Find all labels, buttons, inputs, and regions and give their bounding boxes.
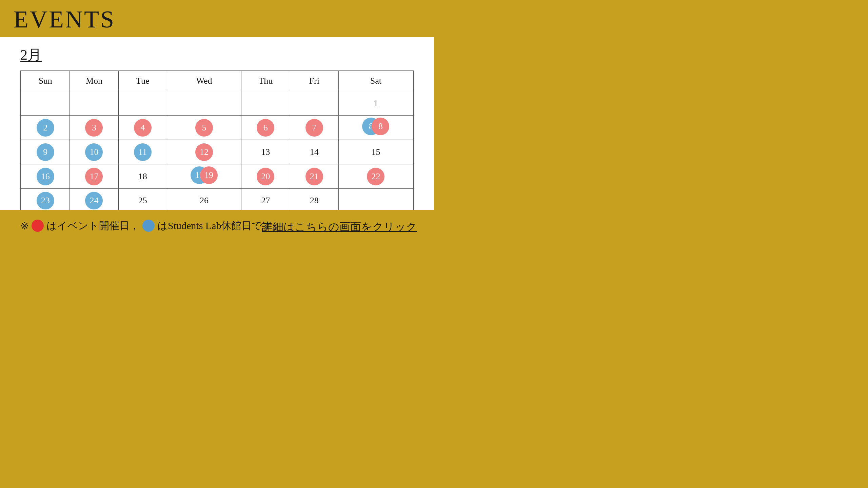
calendar-cell: 17 bbox=[70, 164, 118, 189]
day-number-red: 12 bbox=[195, 143, 213, 161]
legend-dot-red bbox=[32, 220, 44, 232]
day-number-red: 7 bbox=[305, 119, 323, 137]
day-number-red: 5 bbox=[195, 119, 213, 137]
legend-dot-blue bbox=[142, 220, 155, 232]
day-number-blue: 10 bbox=[85, 143, 103, 161]
header-mon: Mon bbox=[70, 71, 118, 91]
day-number: 27 bbox=[257, 192, 274, 209]
footer-link[interactable]: 詳細はこちらの画面をクリック bbox=[262, 220, 417, 235]
calendar-week-0: 1 bbox=[21, 91, 413, 116]
calendar-cell: 4 bbox=[118, 116, 167, 140]
day-number-red: 3 bbox=[85, 119, 103, 137]
day-number: 15 bbox=[367, 143, 384, 161]
day-number-blue: 23 bbox=[37, 192, 54, 209]
calendar-cell: 28 bbox=[290, 189, 338, 213]
calendar-table: Sun Mon Tue Wed Thu Fri Sat 123456788910… bbox=[20, 70, 414, 214]
day-number: 13 bbox=[257, 143, 274, 161]
calendar-cell: 14 bbox=[290, 140, 338, 164]
day-number: 28 bbox=[305, 192, 323, 209]
calendar-cell: 1 bbox=[338, 91, 413, 116]
calendar-cell: 7 bbox=[290, 116, 338, 140]
calendar-cell: 27 bbox=[241, 189, 290, 213]
day-number-blue: 11 bbox=[134, 143, 152, 161]
calendar-cell: 88 bbox=[338, 116, 413, 140]
day-number: 18 bbox=[134, 168, 152, 185]
calendar-cell: 22 bbox=[338, 164, 413, 189]
day-number: 25 bbox=[134, 192, 152, 209]
calendar-cell: 11 bbox=[118, 140, 167, 164]
header-sun: Sun bbox=[21, 71, 70, 91]
calendar-header-row: Sun Mon Tue Wed Thu Fri Sat bbox=[21, 71, 413, 91]
calendar-cell bbox=[290, 91, 338, 116]
day-number-blue: 2 bbox=[37, 119, 54, 137]
calendar-cell: 24 bbox=[70, 189, 118, 213]
calendar-cell bbox=[70, 91, 118, 116]
header-thu: Thu bbox=[241, 71, 290, 91]
day-number-double-red: 19 bbox=[200, 166, 218, 184]
day-number-double: 1919 bbox=[191, 166, 218, 184]
calendar-cell bbox=[118, 91, 167, 116]
calendar-cell: 1919 bbox=[167, 164, 241, 189]
day-number-double-red: 8 bbox=[372, 118, 389, 135]
day-number-red: 20 bbox=[257, 168, 274, 185]
legend-prefix: ※ bbox=[20, 220, 29, 232]
calendar-cell: 10 bbox=[70, 140, 118, 164]
calendar-week-1: 23456788 bbox=[21, 116, 413, 140]
day-number-red: 22 bbox=[367, 168, 384, 185]
day-number-double: 88 bbox=[362, 118, 389, 135]
header: EVENTS bbox=[0, 0, 434, 37]
day-number-blue: 24 bbox=[85, 192, 103, 209]
calendar-cell bbox=[167, 91, 241, 116]
calendar-cell: 3 bbox=[70, 116, 118, 140]
calendar-cell: 25 bbox=[118, 189, 167, 213]
month-title: 2月 bbox=[20, 45, 414, 64]
main-content: 2月 Sun Mon Tue Wed Thu Fri Sat 123456788… bbox=[0, 37, 434, 210]
day-number-red: 21 bbox=[305, 168, 323, 185]
calendar-cell bbox=[21, 91, 70, 116]
calendar-week-3: 1617181919202122 bbox=[21, 164, 413, 189]
calendar-cell: 18 bbox=[118, 164, 167, 189]
calendar-cell bbox=[338, 189, 413, 213]
header-fri: Fri bbox=[290, 71, 338, 91]
header-sat: Sat bbox=[338, 71, 413, 91]
calendar-cell: 26 bbox=[167, 189, 241, 213]
calendar-cell: 15 bbox=[338, 140, 413, 164]
calendar-cell: 5 bbox=[167, 116, 241, 140]
calendar-cell: 16 bbox=[21, 164, 70, 189]
header-wed: Wed bbox=[167, 71, 241, 91]
page-title: EVENTS bbox=[14, 5, 115, 34]
day-number-red: 6 bbox=[257, 119, 274, 137]
calendar-cell: 6 bbox=[241, 116, 290, 140]
day-number-red: 4 bbox=[134, 119, 152, 137]
day-number: 14 bbox=[305, 143, 323, 161]
legend-text: はイベント開催日， bbox=[46, 219, 140, 233]
calendar-cell: 2 bbox=[21, 116, 70, 140]
calendar-cell: 21 bbox=[290, 164, 338, 189]
day-number-red: 17 bbox=[85, 168, 103, 185]
day-number-blue: 16 bbox=[37, 168, 54, 185]
calendar-week-4: 232425262728 bbox=[21, 189, 413, 213]
day-number-blue: 9 bbox=[37, 143, 54, 161]
day-number: 1 bbox=[367, 95, 384, 112]
calendar-cell: 20 bbox=[241, 164, 290, 189]
calendar-cell: 12 bbox=[167, 140, 241, 164]
calendar-week-2: 9101112131415 bbox=[21, 140, 413, 164]
calendar-cell: 23 bbox=[21, 189, 70, 213]
calendar-cell: 9 bbox=[21, 140, 70, 164]
header-tue: Tue bbox=[118, 71, 167, 91]
calendar-cell bbox=[241, 91, 290, 116]
calendar-cell: 13 bbox=[241, 140, 290, 164]
day-number: 26 bbox=[195, 192, 213, 209]
